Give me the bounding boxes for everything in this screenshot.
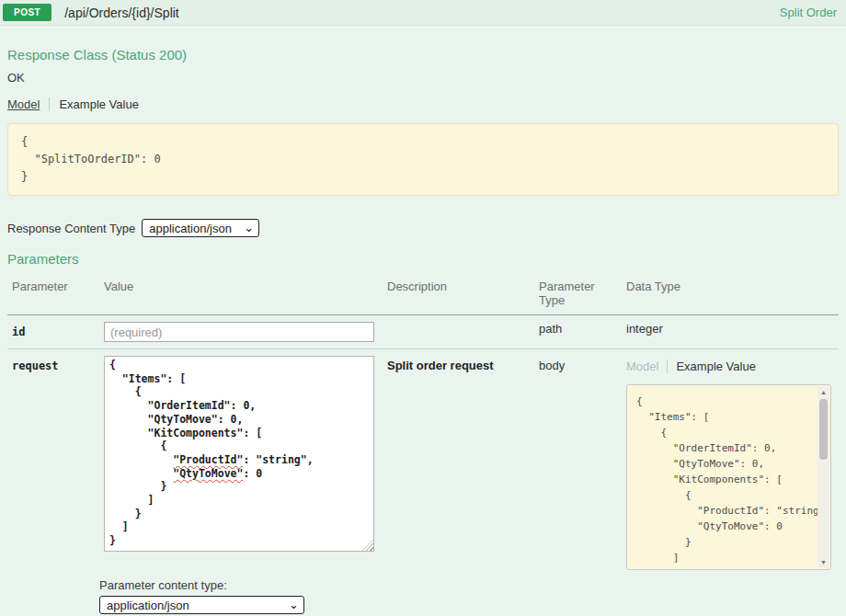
parameters-title: Parameters	[7, 251, 839, 267]
column-header-description: Description	[383, 272, 534, 315]
request-tab-model[interactable]: Model	[626, 359, 667, 373]
response-example-json: { "SplitToOrderID": 0 }	[7, 123, 839, 196]
request-example-json: { "Items": [ { "OrderItemId": 0, "QtyToM…	[627, 385, 830, 570]
response-tab-model[interactable]: Model	[7, 97, 49, 111]
response-class-tabs: Model Example Value	[7, 96, 839, 112]
operation-header[interactable]: POST /api/Orders/{id}/Split Split Order	[0, 0, 846, 26]
response-class-title: Response Class (Status 200)	[7, 47, 839, 63]
column-header-parameter: Parameter	[7, 272, 99, 315]
param-name-id: id	[7, 315, 99, 349]
id-data-type: integer	[622, 315, 839, 349]
request-datatype-tabs: Model Example Value	[626, 359, 835, 373]
parameter-content-type-label: Parameter content type:	[99, 578, 839, 592]
request-body-json: { "Items": [ { "OrderItemId": 0, "QtyToM…	[109, 359, 369, 548]
param-row-id: id path integer	[7, 315, 839, 349]
parameters-header-row: Parameter Value Description Parameter Ty…	[7, 272, 839, 315]
chevron-down-icon: ⌄	[289, 600, 299, 610]
parameter-content-type-value: application/json	[107, 599, 189, 612]
column-header-value: Value	[99, 272, 383, 315]
response-content-type-select[interactable]: application/json ⌄	[142, 219, 259, 237]
request-description: Split order request	[383, 349, 534, 577]
chevron-down-icon: ⌄	[244, 223, 254, 233]
id-parameter-type: path	[534, 315, 622, 349]
swagger-operation-panel: POST /api/Orders/{id}/Split Split Order …	[0, 0, 846, 616]
scrollbar-thumb[interactable]	[819, 399, 828, 460]
response-status-text: OK	[7, 71, 839, 85]
id-description	[383, 315, 534, 349]
scroll-up-icon[interactable]: ▲	[820, 386, 827, 398]
endpoint-path[interactable]: /api/Orders/{id}/Split	[64, 6, 179, 20]
response-content-type-label: Response Content Type	[7, 222, 135, 235]
response-tab-example-value[interactable]: Example Value	[49, 97, 138, 111]
column-header-data-type: Data Type	[622, 272, 839, 315]
parameters-table: Parameter Value Description Parameter Ty…	[7, 272, 839, 576]
request-example-panel: { "Items": [ { "OrderItemId": 0, "QtyToM…	[626, 384, 831, 570]
request-body-editor[interactable]: { "Items": [ { "OrderItemId": 0, "QtyToM…	[104, 356, 374, 552]
post-method-badge[interactable]: POST	[3, 4, 51, 21]
operation-nickname-link[interactable]: Split Order	[780, 6, 837, 19]
request-parameter-type: body	[534, 349, 622, 577]
param-row-request: request { "Items": [ { "OrderItemId": 0,…	[7, 349, 839, 577]
parameter-content-type-block: Parameter content type: application/json…	[99, 578, 839, 614]
param-name-request: request	[7, 349, 99, 577]
vertical-scrollbar[interactable]: ▲ ▼	[817, 386, 829, 568]
response-content-type-value: application/json	[149, 222, 232, 235]
column-header-parameter-type: Parameter Type	[534, 272, 622, 315]
scroll-down-icon[interactable]: ▼	[820, 556, 827, 568]
parameter-content-type-select[interactable]: application/json ⌄	[99, 596, 304, 614]
id-value-input[interactable]	[104, 322, 374, 342]
response-content-type-row: Response Content Type application/json ⌄	[7, 219, 839, 237]
request-tab-example-value[interactable]: Example Value	[667, 359, 755, 373]
